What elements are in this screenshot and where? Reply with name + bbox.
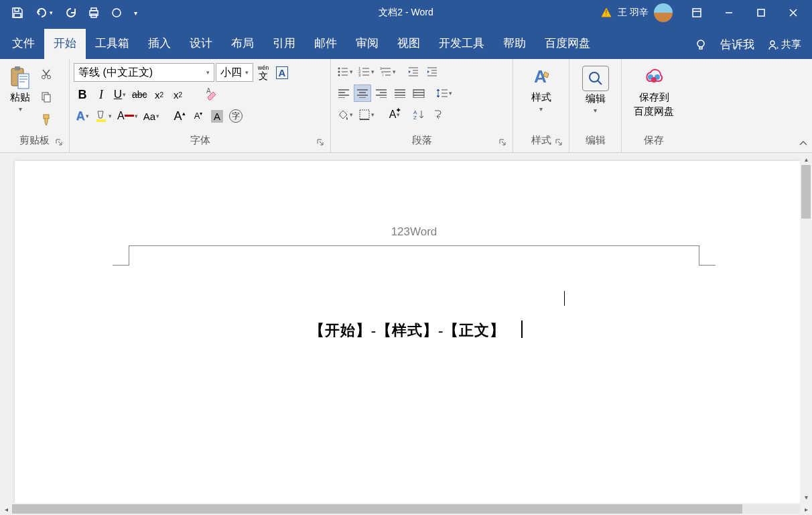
hscroll-thumb[interactable] [12, 504, 742, 514]
align-justify-button[interactable] [391, 84, 409, 102]
status-indicator-icon[interactable] [106, 3, 127, 23]
text-effects-button[interactable]: A▾ [74, 107, 91, 125]
svg-point-5 [113, 9, 121, 17]
align-distribute-button[interactable] [410, 84, 427, 102]
ribbon: 粘贴 ▾ 剪贴板 等线 (中文正文)▾ 小四▾ wén文 A B [0, 59, 812, 153]
tab-layout[interactable]: 布局 [222, 29, 263, 59]
scroll-down-button[interactable]: ▾ [800, 491, 812, 503]
user-account[interactable]: ! 王 羽辛 [600, 3, 673, 22]
close-button[interactable] [779, 3, 808, 23]
svg-point-9 [697, 40, 704, 47]
multilevel-icon: 1ai [380, 66, 392, 77]
tab-help[interactable]: 帮助 [494, 29, 535, 59]
align-center-button[interactable] [354, 84, 371, 102]
format-painter-button[interactable] [38, 111, 55, 129]
undo-button[interactable]: ▾ [29, 3, 59, 23]
svg-point-10 [770, 41, 774, 45]
minimize-button[interactable] [714, 3, 744, 23]
font-dialog-launcher[interactable] [316, 137, 325, 147]
grow-font-button[interactable]: A▴ [171, 107, 188, 125]
change-case-button[interactable]: Aa▾ [141, 107, 161, 125]
maximize-button[interactable] [746, 3, 776, 23]
qat-customize[interactable]: ▾ [129, 3, 142, 23]
italic-button[interactable]: I [92, 86, 110, 103]
highlighter-icon [94, 109, 108, 123]
enclose-characters-button[interactable]: 字 [227, 107, 245, 125]
tell-me-input[interactable]: 告诉我 [715, 30, 760, 59]
scroll-left-button[interactable]: ◂ [0, 503, 12, 515]
tab-insert[interactable]: 插入 [139, 29, 180, 59]
save-icon[interactable] [7, 3, 28, 23]
editing-button[interactable]: 编辑 ▾ [578, 63, 613, 117]
shading-button[interactable]: ▾ [335, 106, 355, 123]
page[interactable]: 123Word 【开始】-【样式】-【正文】 [15, 161, 800, 503]
tab-review[interactable]: 审阅 [346, 29, 388, 59]
svg-rect-31 [360, 110, 369, 119]
asian-layout-button[interactable]: A✦▾ [386, 106, 403, 123]
ribbon-display-options[interactable] [682, 3, 712, 23]
font-color-button[interactable]: A▾ [115, 107, 140, 125]
editing-label: 编辑 [586, 93, 606, 105]
clear-formatting-button[interactable]: A [203, 86, 220, 103]
borders-button[interactable]: ▾ [356, 106, 377, 123]
group-label-editing: 编辑 [573, 133, 617, 150]
tab-view[interactable]: 视图 [388, 29, 429, 59]
copy-button[interactable] [38, 89, 55, 106]
strikethrough-button[interactable]: abc [130, 86, 149, 103]
horizontal-scrollbar[interactable]: ◂ ▸ [0, 503, 812, 515]
bold-button[interactable]: B [74, 86, 91, 103]
page-header[interactable]: 123Word [115, 225, 713, 239]
quick-print-icon[interactable] [83, 3, 105, 23]
subscript-button[interactable]: x2 [151, 86, 168, 103]
align-right-button[interactable] [373, 84, 390, 102]
bullets-button[interactable]: ▾ [335, 63, 355, 80]
shrink-font-button[interactable]: A▾ [190, 107, 207, 125]
tab-developer[interactable]: 开发工具 [429, 29, 494, 59]
share-label: 共享 [781, 38, 801, 51]
redo-button[interactable] [60, 3, 82, 23]
vertical-scrollbar[interactable]: ▴ ▾ [800, 153, 812, 503]
scroll-up-button[interactable]: ▴ [800, 153, 812, 165]
paste-button[interactable]: 粘贴 ▾ [4, 63, 36, 115]
document-body-text[interactable]: 【开始】-【样式】-【正文】 [15, 321, 800, 341]
multilevel-list-button[interactable]: 1ai▾ [378, 63, 398, 80]
share-button[interactable]: + 共享 [766, 38, 801, 51]
tab-baidu[interactable]: 百度网盘 [535, 29, 600, 59]
font-size-combo[interactable]: 小四▾ [216, 63, 253, 82]
save-to-baidu-button[interactable]: 保存到 百度网盘 [630, 63, 678, 121]
decrease-indent-button[interactable] [405, 63, 422, 80]
superscript-button[interactable]: x2 [170, 86, 187, 103]
underline-button[interactable]: U▾ [111, 86, 129, 103]
baidu-cloud-icon [642, 66, 666, 90]
tab-references[interactable]: 引用 [263, 29, 305, 59]
font-name-combo[interactable]: 等线 (中文正文)▾ [74, 63, 214, 82]
align-left-button[interactable] [335, 84, 352, 102]
tab-design[interactable]: 设计 [180, 29, 222, 59]
tab-mailings[interactable]: 邮件 [305, 29, 346, 59]
tab-home[interactable]: 开始 [44, 29, 86, 59]
show-hide-button[interactable] [429, 106, 446, 123]
tell-me-icon[interactable] [693, 38, 708, 52]
character-border-button[interactable]: A [273, 64, 291, 81]
clipboard-dialog-launcher[interactable] [54, 137, 64, 147]
styles-button[interactable]: A 样式 ▾ [525, 63, 557, 115]
collapse-ribbon-button[interactable] [799, 139, 808, 148]
vscroll-thumb[interactable] [801, 165, 811, 219]
highlight-button[interactable]: ▾ [92, 107, 114, 125]
scroll-right-button[interactable]: ▸ [800, 503, 812, 515]
increase-indent-button[interactable] [423, 63, 441, 80]
character-shading-button[interactable]: A [208, 107, 226, 125]
phonetic-guide-button[interactable]: wén文 [255, 64, 272, 81]
paragraph-dialog-launcher[interactable] [498, 137, 507, 147]
group-editing: 编辑 ▾ 编辑 [569, 59, 622, 152]
tab-toolbox[interactable]: 工具箱 [86, 29, 139, 59]
numbering-button[interactable]: 123▾ [356, 63, 377, 80]
tab-file[interactable]: 文件 [3, 29, 44, 59]
sort-button[interactable]: AZ [410, 106, 427, 123]
user-name: 王 羽辛 [618, 7, 649, 19]
styles-dialog-launcher[interactable] [554, 137, 563, 147]
eraser-icon: A [205, 88, 218, 101]
sort-icon: AZ [413, 109, 425, 120]
cut-button[interactable] [38, 66, 55, 83]
line-spacing-button[interactable]: ▾ [434, 84, 454, 102]
